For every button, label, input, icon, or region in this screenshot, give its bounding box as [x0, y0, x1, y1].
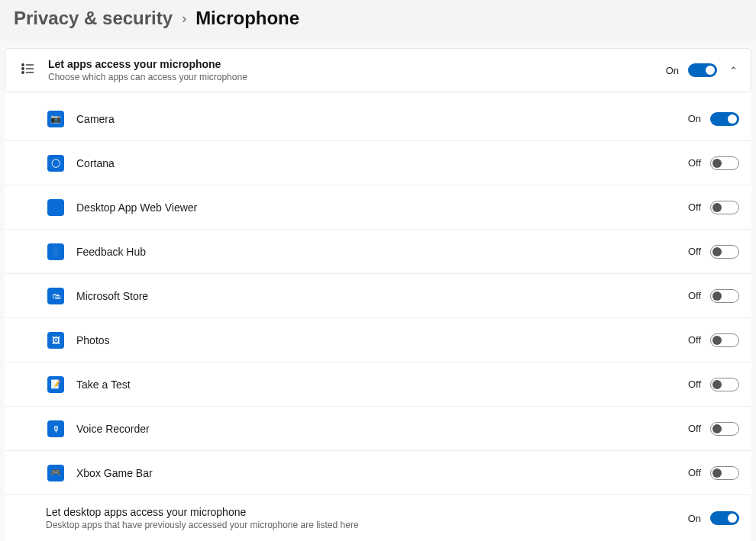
svg-point-4: [22, 71, 24, 72]
master-title: Let apps access your microphone: [48, 58, 659, 70]
app-icon: 🎙: [47, 420, 64, 437]
app-toggle[interactable]: [710, 245, 739, 259]
svg-point-2: [22, 67, 24, 69]
app-icon: 📝: [47, 376, 64, 393]
app-name: Camera: [76, 113, 681, 125]
app-toggle[interactable]: [710, 422, 739, 436]
page-header: Privacy & security › Microphone: [0, 0, 756, 40]
chevron-right-icon: ›: [182, 11, 186, 27]
desktop-apps-toggle[interactable]: [710, 511, 739, 525]
app-state-text: Off: [681, 157, 701, 169]
app-name: Microsoft Store: [76, 290, 681, 302]
master-state-text: On: [659, 65, 679, 76]
master-toggle[interactable]: [688, 63, 717, 77]
app-row: 🛍Microsoft StoreOff: [5, 274, 751, 318]
app-row: ◯CortanaOff: [5, 141, 751, 185]
app-icon: 🛍: [47, 288, 64, 304]
app-name: Feedback Hub: [76, 246, 681, 258]
let-apps-access-row[interactable]: Let apps access your microphone Choose w…: [5, 48, 751, 92]
app-toggle[interactable]: [710, 466, 739, 480]
app-row: 📷CameraOn: [5, 97, 751, 141]
svg-point-0: [22, 63, 24, 65]
app-icon: 👤: [47, 243, 64, 260]
settings-panel: Let apps access your microphone Choose w…: [5, 48, 751, 541]
app-row: 📝Take a TestOff: [5, 362, 751, 407]
breadcrumb: Privacy & security › Microphone: [14, 8, 742, 29]
app-toggle[interactable]: [710, 289, 739, 303]
app-icon: 📷: [47, 111, 64, 127]
chevron-up-icon[interactable]: ⌃: [728, 65, 738, 76]
desktop-apps-subtitle: Desktop apps that have previously access…: [46, 520, 681, 530]
breadcrumb-parent[interactable]: Privacy & security: [14, 8, 173, 29]
app-icon: 🖼: [47, 332, 64, 349]
app-state-text: Off: [681, 201, 701, 213]
app-state-text: Off: [681, 334, 701, 346]
app-state-text: Off: [681, 467, 701, 478]
app-row: 🎮Xbox Game BarOff: [5, 451, 751, 495]
app-list-icon: [21, 62, 34, 79]
app-name: Voice Recorder: [76, 423, 681, 435]
app-row: 👤Feedback HubOff: [5, 230, 751, 274]
master-subtitle: Choose which apps can access your microp…: [48, 72, 659, 82]
app-toggle[interactable]: [710, 201, 739, 214]
breadcrumb-current: Microphone: [195, 8, 299, 29]
app-state-text: Off: [681, 423, 701, 434]
app-state-text: Off: [681, 378, 701, 390]
app-name: Photos: [76, 334, 681, 346]
desktop-apps-title: Let desktop apps access your microphone: [46, 506, 681, 518]
app-state-text: Off: [681, 290, 701, 301]
app-state-text: Off: [681, 246, 701, 257]
app-row: 🎙Voice RecorderOff: [5, 407, 751, 451]
app-name: Cortana: [76, 157, 681, 169]
app-toggle[interactable]: [710, 333, 739, 347]
let-desktop-apps-row[interactable]: Let desktop apps access your microphone …: [5, 495, 751, 541]
app-state-text: On: [681, 113, 701, 124]
app-name: Take a Test: [76, 378, 681, 391]
app-icon: 🎮: [47, 465, 64, 481]
app-icon: [47, 199, 64, 216]
app-toggle[interactable]: [710, 378, 739, 391]
app-name: Xbox Game Bar: [76, 467, 681, 479]
app-name: Desktop App Web Viewer: [76, 201, 681, 214]
app-row: 🖼PhotosOff: [5, 318, 751, 362]
desktop-apps-state-text: On: [681, 513, 701, 524]
app-toggle[interactable]: [710, 156, 739, 170]
app-icon: ◯: [47, 155, 64, 172]
app-row: Desktop App Web ViewerOff: [5, 185, 751, 230]
app-toggle[interactable]: [710, 112, 739, 126]
